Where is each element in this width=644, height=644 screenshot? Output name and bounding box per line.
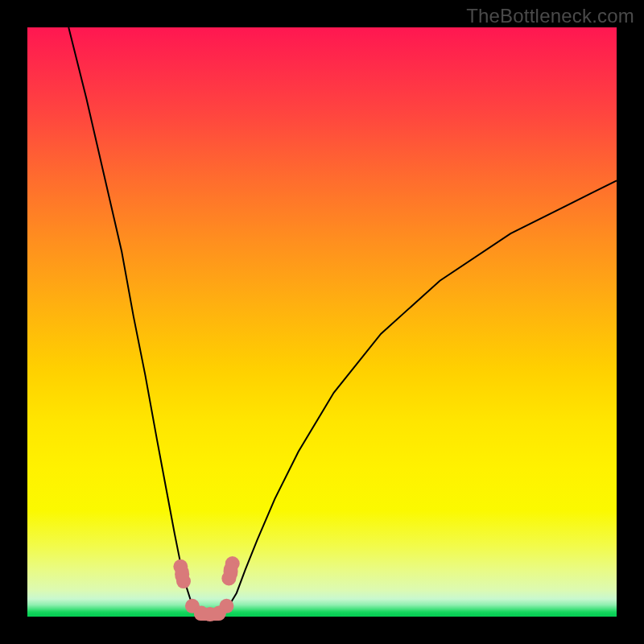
plot-area	[27, 27, 617, 617]
marker-floor	[194, 608, 225, 621]
watermark-text: TheBottleneck.com	[466, 5, 634, 27]
marker-blob	[224, 561, 238, 582]
chart-svg	[27, 27, 617, 617]
marker-blob	[175, 564, 189, 584]
series-right-branch	[222, 180, 617, 614]
series-left-branch	[68, 27, 198, 615]
chart-frame: TheBottleneck.com	[0, 0, 644, 644]
